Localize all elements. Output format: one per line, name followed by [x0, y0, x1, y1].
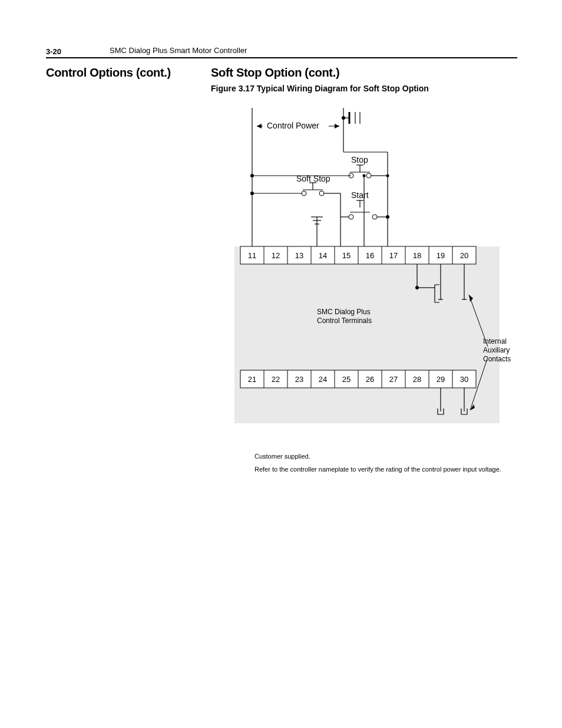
svg-point-30: [319, 191, 324, 196]
footnote-a: Customer supplied.: [254, 453, 310, 460]
terminal-22: 22: [272, 375, 280, 384]
header-rule: [46, 57, 517, 58]
doc-title: SMC Dialog Plus Smart Motor Controller: [110, 46, 247, 55]
label-start: Start: [351, 190, 369, 200]
svg-point-43: [386, 215, 389, 219]
terminal-11: 11: [248, 251, 256, 260]
svg-point-51: [363, 174, 366, 177]
aux-label-3: Contacts: [483, 355, 511, 363]
label-stop: Stop: [351, 155, 368, 164]
block-label-1: SMC Dialog Plus: [317, 308, 371, 316]
terminal-24: 24: [319, 375, 327, 384]
terminal-23: 23: [295, 375, 303, 384]
svg-point-39: [372, 215, 377, 219]
svg-point-17: [366, 173, 371, 178]
aux-label-2: Auxiliary: [483, 346, 510, 354]
aux-label-1: Internal: [483, 337, 507, 345]
terminal-12: 12: [272, 251, 280, 260]
footnote-b: Refer to the controller nameplate to ver…: [254, 466, 501, 473]
terminal-25: 25: [342, 375, 351, 384]
terminal-26: 26: [366, 375, 374, 384]
terminal-28: 28: [413, 375, 421, 384]
terminal-29: 29: [437, 375, 445, 384]
svg-rect-0: [234, 246, 500, 423]
terminal-19: 19: [437, 251, 445, 260]
terminal-20: 20: [460, 251, 468, 260]
terminal-14: 14: [319, 251, 327, 260]
block-label-2: Control Terminals: [317, 317, 372, 325]
svg-point-22: [386, 174, 389, 177]
svg-point-29: [302, 191, 306, 196]
heading-soft-stop: Soft Stop Option (cont.): [211, 66, 339, 80]
terminal-27: 27: [389, 375, 398, 384]
label-control-power: Control Power: [267, 121, 319, 130]
terminal-30: 30: [460, 375, 468, 384]
terminal-15: 15: [342, 251, 351, 260]
svg-point-38: [349, 215, 353, 219]
svg-point-7: [342, 116, 345, 120]
svg-marker-11: [335, 124, 339, 129]
svg-marker-9: [257, 124, 262, 129]
terminal-16: 16: [366, 251, 374, 260]
terminal-21: 21: [248, 375, 256, 384]
label-soft-stop: Soft Stop: [296, 174, 330, 183]
wiring-diagram: Control Power Stop Soft Stop Start: [211, 99, 517, 429]
figure-caption: Figure 3.17 Typical Wiring Diagram for S…: [211, 84, 429, 93]
terminal-18: 18: [413, 251, 421, 260]
heading-control-options: Control Options (cont.): [46, 66, 171, 80]
page-number: 3-20: [46, 47, 61, 56]
terminal-row-bottom: 21 22 23 24 25 26 27 28 29 30: [240, 370, 476, 388]
terminal-13: 13: [295, 251, 303, 260]
terminal-17: 17: [389, 251, 398, 260]
terminal-row-top: 11 12 13 14 15 16 17 18 19 20: [240, 246, 476, 264]
